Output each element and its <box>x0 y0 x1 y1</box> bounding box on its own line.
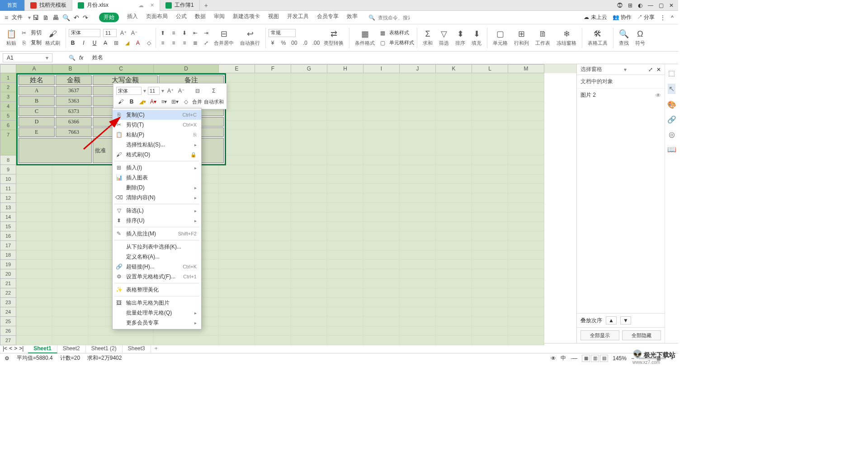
row-header[interactable]: 18 <box>0 250 16 260</box>
cell[interactable] <box>327 212 363 222</box>
cell[interactable] <box>472 184 508 193</box>
cell[interactable] <box>219 193 255 203</box>
cell[interactable] <box>400 174 436 184</box>
side-select-icon[interactable]: ⬚ <box>668 69 675 77</box>
col-header[interactable]: E <box>219 64 255 73</box>
cell[interactable] <box>436 279 472 288</box>
cell[interactable] <box>436 155 472 165</box>
cell[interactable] <box>363 298 400 307</box>
ctx-定义名称(A)...[interactable]: 定义名称(A)... <box>113 252 201 262</box>
cell[interactable] <box>327 241 363 250</box>
cell[interactable] <box>219 250 255 260</box>
cell[interactable] <box>363 83 400 92</box>
cell[interactable] <box>472 92 508 102</box>
cell[interactable] <box>400 307 436 317</box>
cell[interactable] <box>508 155 544 165</box>
cell[interactable] <box>508 212 544 222</box>
mini-align-icon[interactable]: ≡▾ <box>160 97 169 106</box>
cell[interactable] <box>219 165 255 174</box>
cell[interactable] <box>436 317 472 326</box>
cell[interactable] <box>400 231 436 241</box>
ctx-表格整理美化[interactable]: ✨表格整理美化 <box>113 285 201 295</box>
cell[interactable] <box>363 241 400 250</box>
cell[interactable] <box>16 222 52 231</box>
saveas-icon[interactable]: 🗎 <box>42 14 49 21</box>
row-header[interactable]: 10 <box>0 174 16 184</box>
cell[interactable] <box>16 203 52 212</box>
font-color-button[interactable]: A <box>134 39 142 47</box>
ctx-剪切(T)[interactable]: ✂剪切(T)Ctrl+X <box>113 120 201 130</box>
clear-format-button[interactable]: ◇ <box>145 39 153 47</box>
cell[interactable] <box>16 212 52 222</box>
col-header[interactable]: I <box>363 64 400 73</box>
cell[interactable] <box>255 121 291 130</box>
grow-font-icon[interactable]: A⁺ <box>119 29 127 37</box>
cell[interactable] <box>219 212 255 222</box>
cell[interactable] <box>327 307 363 317</box>
cell[interactable] <box>436 222 472 231</box>
cell[interactable] <box>255 260 291 269</box>
side-location-icon[interactable]: ◎ <box>669 130 675 139</box>
row-header[interactable]: 2 <box>0 83 16 92</box>
cell[interactable] <box>291 269 327 279</box>
ctx-格式刷(O)[interactable]: 🖌格式刷(O)🔒 <box>113 150 201 160</box>
cell[interactable] <box>255 130 291 155</box>
cell[interactable] <box>472 231 508 241</box>
side-link-icon[interactable]: 🔗 <box>667 115 676 124</box>
win-btn1[interactable]: ⓵ <box>617 2 623 9</box>
cell[interactable] <box>472 111 508 121</box>
cell[interactable] <box>400 193 436 203</box>
cells-button[interactable]: ▢单元格 <box>490 26 510 50</box>
row-header[interactable]: 1 <box>0 73 16 83</box>
ctx-超链接(H)...[interactable]: 🔗超链接(H)...Ctrl+K <box>113 262 201 272</box>
cell[interactable] <box>255 269 291 279</box>
status-lang-icon[interactable]: 中 <box>561 354 566 362</box>
cell[interactable] <box>291 260 327 269</box>
strike-button[interactable]: A̶ <box>101 39 109 47</box>
ctx-从下拉列表中选择(K)...[interactable]: 从下拉列表中选择(K)... <box>113 242 201 252</box>
cell[interactable] <box>436 130 472 155</box>
cell[interactable] <box>291 212 327 222</box>
command-search[interactable]: 🔍 <box>368 14 410 21</box>
col-header[interactable]: B <box>52 64 89 73</box>
align-top-icon[interactable]: ⬆ <box>159 29 167 37</box>
cell[interactable] <box>16 317 52 326</box>
sheet-prev-icon[interactable]: < <box>9 345 12 352</box>
cell[interactable] <box>400 165 436 174</box>
ctx-删除(D)[interactable]: 删除(D)▸ <box>113 183 201 193</box>
mini-merge-icon[interactable]: ⊟ <box>193 86 202 95</box>
cell[interactable] <box>508 83 544 92</box>
row-header[interactable]: 7 <box>0 130 16 155</box>
dec-inc-icon[interactable]: .0 <box>301 39 309 47</box>
cell[interactable] <box>508 317 544 326</box>
cell[interactable] <box>291 288 327 298</box>
cell[interactable] <box>255 102 291 111</box>
cell[interactable] <box>400 212 436 222</box>
cell[interactable] <box>52 165 89 174</box>
cell[interactable] <box>472 298 508 307</box>
col-header[interactable]: A <box>16 64 52 73</box>
cell[interactable] <box>255 111 291 121</box>
cell[interactable] <box>291 250 327 260</box>
cell[interactable] <box>291 241 327 250</box>
visibility-icon[interactable]: 👁 <box>656 92 661 99</box>
sheet-last-icon[interactable]: >| <box>19 345 24 352</box>
cell[interactable] <box>436 121 472 130</box>
cell[interactable] <box>255 155 291 165</box>
cell[interactable] <box>400 102 436 111</box>
cell[interactable] <box>327 111 363 121</box>
cell[interactable] <box>16 165 52 174</box>
cell[interactable] <box>472 121 508 130</box>
cell[interactable] <box>89 336 154 345</box>
cell[interactable] <box>255 212 291 222</box>
cell[interactable] <box>436 165 472 174</box>
save-icon[interactable]: 🖫 <box>33 14 39 21</box>
cell[interactable] <box>400 184 436 193</box>
italic-button[interactable]: I <box>80 39 88 47</box>
align-left-icon[interactable]: ≡ <box>159 39 167 47</box>
align-bot-icon[interactable]: ⬇ <box>180 29 189 37</box>
cell[interactable] <box>255 317 291 326</box>
cell[interactable] <box>472 174 508 184</box>
cell[interactable] <box>255 288 291 298</box>
redo-icon[interactable]: ↷ <box>83 14 88 21</box>
